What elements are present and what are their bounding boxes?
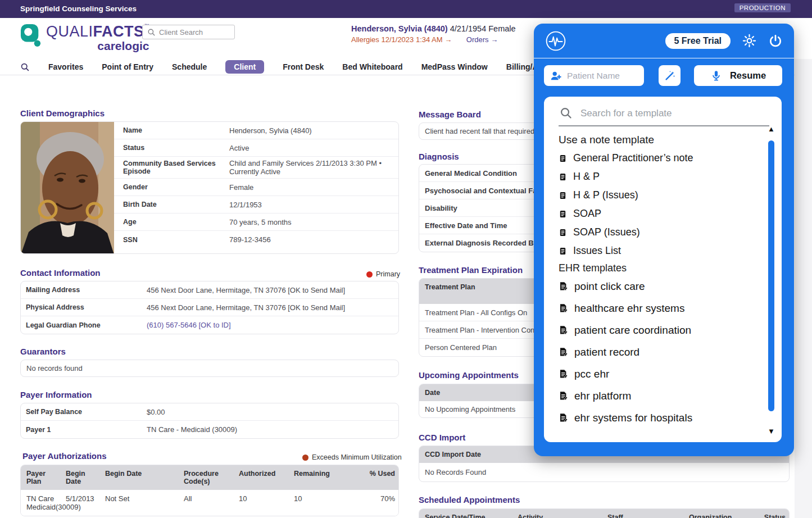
section-title-client-demographics: Client Demographics xyxy=(20,108,105,118)
scroll-down-icon[interactable]: ▼ xyxy=(768,427,775,435)
column-header: Organization xyxy=(683,509,759,518)
row-value[interactable]: 456 Next Door Lane, Hermitage, TN 37076 … xyxy=(147,286,345,294)
ehr-template-item[interactable]: healthcare ehr systems xyxy=(559,297,752,319)
nav-tab[interactable]: Favorites xyxy=(48,62,83,71)
table-row: Self Pay Balance $0.00 xyxy=(21,403,398,421)
client-search-placeholder: Client Search xyxy=(159,28,203,37)
ehr-template-item[interactable]: ehr platform xyxy=(559,385,752,407)
patient-name[interactable]: Henderson, Sylvia (4840) xyxy=(351,24,448,33)
column-header: Procedure Code(s) xyxy=(178,465,233,490)
nav-tab[interactable]: Front Desk xyxy=(283,62,324,71)
magic-wand-button[interactable] xyxy=(659,65,681,86)
column-header: Treatment Plan xyxy=(419,279,479,304)
table-row: Community Based Services Episode Child a… xyxy=(114,157,398,179)
row-value: Henderson, Sylvia (4840) xyxy=(229,126,317,135)
nav-tab[interactable]: Schedule xyxy=(172,62,207,71)
table-row: SSN 789-12-3456 xyxy=(114,231,398,248)
ehr-template-item[interactable]: patient care coordination xyxy=(559,319,752,341)
scrollbar-thumb[interactable] xyxy=(768,140,774,411)
ehr-template-section-title: EHR templates xyxy=(559,262,772,274)
row-value[interactable]: (610) 567-5646 [OK to ID] xyxy=(147,321,231,329)
gear-icon xyxy=(742,33,757,48)
exceeds-dot-icon xyxy=(302,455,309,461)
document-pencil-icon xyxy=(559,281,568,291)
patient-dob-gender: 4/21/1954 Female xyxy=(450,24,516,33)
nav-search-icon[interactable] xyxy=(20,62,30,72)
qualifacts-logo-icon xyxy=(20,23,42,48)
column-header: Status xyxy=(759,509,789,518)
note-template-item[interactable]: SOAP xyxy=(559,205,752,223)
notepad-icon xyxy=(559,172,567,181)
search-icon xyxy=(147,28,156,37)
patient-name-input[interactable]: Patient Name xyxy=(544,65,644,86)
row-value[interactable]: 456 Next Door Lane, Hermitage, TN 37076 … xyxy=(147,303,345,312)
note-template-item[interactable]: General Practitioner’s note xyxy=(559,149,752,167)
column-header: Authorized xyxy=(233,465,288,490)
search-icon xyxy=(560,107,573,120)
table-cell: TN Care Medicaid(30009) xyxy=(21,490,60,516)
notepad-icon xyxy=(559,191,567,200)
row-value: Person Centered Plan xyxy=(425,343,497,352)
power-button[interactable] xyxy=(768,34,783,48)
top-org-bar: Springfield Counseling Services PRODUCTI… xyxy=(0,0,812,18)
demographics-table: Name Henderson, Sylvia (4840) Status Act… xyxy=(114,122,398,253)
template-scrollbar: ▲ ▼ xyxy=(767,125,776,435)
nav-tab[interactable]: Bed Whiteboard xyxy=(342,62,402,71)
ehr-template-item[interactable]: pcc ehr xyxy=(559,363,752,385)
microphone-icon xyxy=(710,70,722,81)
ehr-template-label: healthcare ehr systems xyxy=(574,302,684,315)
table-row: Physical Address 456 Next Door Lane, Her… xyxy=(21,299,398,316)
column-header: Service Date/Time xyxy=(419,509,512,518)
template-search-placeholder: Search for a template xyxy=(580,108,672,119)
guarantors-empty-text: No records found xyxy=(21,360,398,376)
table-row: Payer 1 TN Care - Medicaid (30009) xyxy=(21,421,398,438)
resume-button[interactable]: Resume xyxy=(694,65,782,86)
nav-tab[interactable]: Client xyxy=(225,60,264,74)
client-search-input[interactable]: Client Search xyxy=(142,25,235,39)
settings-button[interactable] xyxy=(742,33,757,48)
ehr-template-label: patient record xyxy=(574,346,639,358)
ehr-template-item[interactable]: patient record xyxy=(559,341,752,363)
row-value: $0.00 xyxy=(147,408,165,416)
orders-link[interactable]: Orders → xyxy=(466,35,498,44)
nav-tab[interactable]: Point of Entry xyxy=(102,62,153,71)
note-template-item[interactable]: Issues List xyxy=(559,242,752,260)
row-label: Effective Date and Time xyxy=(425,221,507,230)
table-row: TN Care Medicaid(30009)5/1/2013Not SetAl… xyxy=(21,490,398,516)
note-template-item[interactable]: H & P (Issues) xyxy=(559,186,752,205)
table-row: Name Henderson, Sylvia (4840) xyxy=(114,122,398,139)
allergies-link[interactable]: Allergies 12/1/2023 1:34 AM → xyxy=(351,35,452,44)
scroll-up-icon[interactable]: ▲ xyxy=(768,125,775,133)
section-title-ccd-import: CCD Import xyxy=(419,433,465,442)
ehr-template-label: pcc ehr xyxy=(574,368,609,380)
row-label: Physical Address xyxy=(21,303,147,311)
template-search-input[interactable]: Search for a template xyxy=(559,104,769,126)
ehr-template-item[interactable]: point click care xyxy=(559,275,752,297)
row-label: General Medical Condition xyxy=(425,169,517,178)
section-title-message-board: Message Board xyxy=(419,110,481,119)
ehr-template-label: point click care xyxy=(574,280,645,293)
nav-tab[interactable]: MedPass Window xyxy=(421,62,488,71)
document-pencil-icon xyxy=(559,347,568,357)
scheduled-appointments-table: Service Date/TimeActivityStaffOrganizati… xyxy=(419,508,790,518)
document-pencil-icon xyxy=(559,413,568,422)
row-label: Mailing Address xyxy=(21,286,147,294)
note-template-item[interactable]: SOAP (Issues) xyxy=(559,223,752,242)
client-photo xyxy=(21,122,114,254)
template-list-card: Search for a template Use a note templat… xyxy=(544,97,782,442)
ehr-template-item[interactable]: ehr systems for hospitals xyxy=(559,407,752,429)
table-row: Gender Female xyxy=(114,179,398,196)
payer-information-card: Self Pay Balance $0.00 Payer 1 TN Care -… xyxy=(20,403,399,439)
orders-arrow-icon: → xyxy=(491,35,498,44)
note-template-item[interactable]: H & P xyxy=(559,167,752,186)
row-label: Legal Guardian Phone xyxy=(21,321,147,329)
column-header: % Used xyxy=(364,465,398,490)
section-title-payer-information: Payer Information xyxy=(20,390,92,399)
ccd-empty-text: No Records Found xyxy=(419,463,789,481)
primary-legend: Primary xyxy=(366,270,400,278)
free-trial-button[interactable]: 5 Free Trial xyxy=(665,33,731,49)
notepad-icon xyxy=(559,228,567,237)
exceeds-utilization-legend: Exceeds Minimum Utilization xyxy=(302,453,402,461)
note-template-section-title: Use a note template xyxy=(559,134,772,146)
magic-wand-icon xyxy=(664,70,676,82)
